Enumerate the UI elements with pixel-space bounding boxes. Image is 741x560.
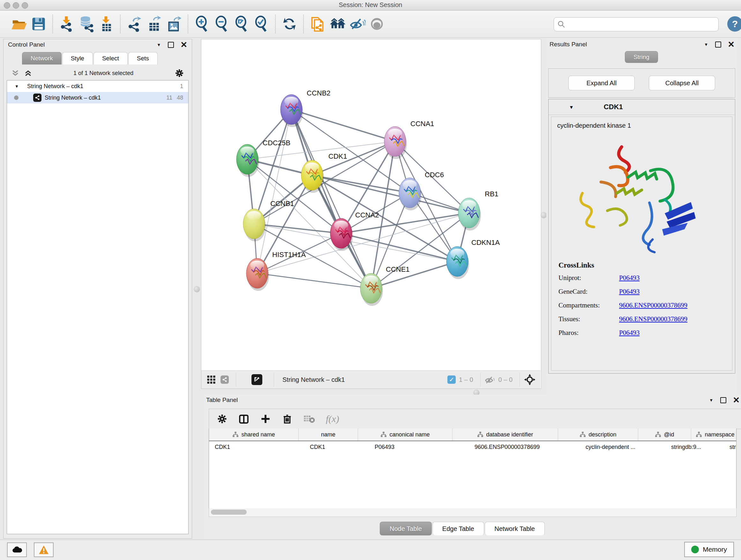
network-node-CCNB1[interactable] xyxy=(243,209,266,241)
table-row[interactable]: CDK1CDK1P064939606.ENSP00000378699cyclin… xyxy=(209,441,736,453)
network-node-HIST1H1A[interactable] xyxy=(246,258,269,291)
search-input[interactable] xyxy=(565,21,707,28)
network-edge-HIST1H1A-CCNE1[interactable] xyxy=(257,273,371,288)
panel-menu-icon[interactable]: ▼ xyxy=(157,43,161,47)
tab-sets[interactable]: Sets xyxy=(128,52,158,64)
function-builder-icon[interactable]: f(x) xyxy=(326,414,339,424)
zoom-selected-button[interactable] xyxy=(252,14,271,34)
crosslink-link[interactable]: 9606.ENSP00000378699 xyxy=(619,301,687,309)
tab-select[interactable]: Select xyxy=(93,52,128,64)
grid-mode-icon[interactable] xyxy=(206,375,216,384)
export-table-button[interactable] xyxy=(144,14,164,34)
column-header-namespace[interactable]: namespace xyxy=(691,428,737,441)
network-row-selected[interactable]: String Network – cdk1 11 48 xyxy=(7,92,188,104)
tab-string[interactable]: String xyxy=(625,51,658,63)
help-button[interactable]: ? xyxy=(727,16,741,32)
warnings-button[interactable] xyxy=(34,543,54,557)
node-section-header[interactable]: ▼ CDK1 xyxy=(549,99,735,115)
show-columns-icon[interactable] xyxy=(239,414,249,424)
crosslink-link[interactable]: P06493 xyxy=(619,288,639,296)
network-edge-CDK1-RB1[interactable] xyxy=(312,175,469,213)
network-node-RB1[interactable] xyxy=(458,198,481,231)
network-node-CDKN1A[interactable] xyxy=(447,246,469,279)
panel-menu-icon[interactable]: ▼ xyxy=(704,42,708,47)
close-panel-icon[interactable]: ✕ xyxy=(180,43,187,47)
float-panel-icon[interactable] xyxy=(715,42,721,48)
float-panel-icon[interactable] xyxy=(720,397,726,403)
network-node-CDC6[interactable] xyxy=(399,178,421,210)
tab-style[interactable]: Style xyxy=(62,52,93,64)
close-panel-icon[interactable]: ✕ xyxy=(728,42,735,47)
save-session-button[interactable] xyxy=(29,14,49,34)
selected-nodes-checkbox[interactable]: ✓ xyxy=(448,375,456,384)
network-options-gear-icon[interactable] xyxy=(175,68,184,78)
fit-content-crosshair-icon[interactable] xyxy=(524,374,536,386)
network-edge-CDKN1A-CCNE1[interactable] xyxy=(371,261,457,288)
tab-network-table[interactable]: Network Table xyxy=(485,522,545,536)
left-splitter-handle[interactable] xyxy=(194,286,200,293)
network-collection-row[interactable]: ▼ String Network – cdk1 1 xyxy=(7,80,188,92)
scrollbar-thumb[interactable] xyxy=(211,509,247,515)
node-label-RB1: RB1 xyxy=(485,190,498,198)
export-image-button[interactable] xyxy=(164,14,184,34)
birdseye-view-icon[interactable] xyxy=(252,374,262,385)
close-panel-icon[interactable]: ✕ xyxy=(733,398,740,402)
string-app-button[interactable] xyxy=(308,14,327,34)
column-header-shared-name[interactable]: shared name xyxy=(209,428,299,441)
zoom-in-button[interactable] xyxy=(192,14,212,34)
expand-all-chevrons-icon[interactable] xyxy=(24,69,32,77)
network-edge-CCNB2-CCNE1[interactable] xyxy=(291,110,371,288)
memory-button[interactable]: Memory xyxy=(684,542,734,557)
crosslink-link[interactable]: P06493 xyxy=(619,329,639,337)
hide-panel-button[interactable] xyxy=(347,14,367,34)
network-node-CCNE1[interactable] xyxy=(360,273,383,306)
import-table-button[interactable] xyxy=(96,14,116,34)
collapse-all-button[interactable]: Collapse All xyxy=(649,76,715,90)
expand-all-button[interactable]: Expand All xyxy=(568,76,635,90)
network-edge-CCNB2-CCNA1[interactable] xyxy=(291,110,395,141)
zoom-fit-icon xyxy=(233,16,250,32)
main-toolbar: ? xyxy=(0,10,741,38)
network-edge-CCNB2-HIST1H1A[interactable] xyxy=(257,110,291,273)
refresh-view-button[interactable] xyxy=(280,14,299,34)
table-cell: P06493 xyxy=(369,441,469,453)
right-splitter-handle[interactable] xyxy=(541,212,547,219)
float-panel-icon[interactable] xyxy=(168,42,174,48)
delete-column-icon[interactable] xyxy=(282,414,293,424)
node-label-CDKN1A: CDKN1A xyxy=(471,239,500,246)
open-session-button[interactable] xyxy=(9,14,29,34)
column-header-canonical-name[interactable]: canonical name xyxy=(358,428,453,441)
export-network-button[interactable] xyxy=(125,14,144,34)
tab-network[interactable]: Network xyxy=(22,52,62,64)
crosslink-link[interactable]: 9606.ENSP00000378699 xyxy=(619,315,687,323)
import-database-button[interactable] xyxy=(77,14,96,34)
column-header-description[interactable]: description xyxy=(558,428,638,441)
add-column-icon[interactable] xyxy=(260,414,271,424)
network-canvas[interactable]: CCNB2CCNA1CDC25BCDK1CDC6RB1CCNB1CCNA2CDK… xyxy=(201,39,540,370)
network-edge-CCNA2-CDKN1A[interactable] xyxy=(341,233,457,261)
search-field[interactable] xyxy=(554,17,719,31)
table-horizontal-scrollbar[interactable] xyxy=(209,508,737,517)
import-network-button[interactable] xyxy=(57,14,77,34)
network-node-CCNB2[interactable] xyxy=(280,95,303,127)
table-options-gear-icon[interactable] xyxy=(217,414,227,424)
column-header-name[interactable]: name xyxy=(299,428,358,441)
network-view-mode-icon[interactable] xyxy=(220,375,229,384)
panel-menu-icon[interactable]: ▼ xyxy=(709,398,713,402)
cloud-status-button[interactable] xyxy=(7,543,27,557)
zoom-out-button[interactable] xyxy=(212,14,232,34)
zoom-fit-button[interactable] xyxy=(232,14,252,34)
tab-node-table[interactable]: Node Table xyxy=(380,522,432,536)
tab-edge-table[interactable]: Edge Table xyxy=(432,522,484,536)
collapse-all-chevrons-icon[interactable] xyxy=(11,69,19,77)
home-networks-button[interactable] xyxy=(327,14,347,34)
node-label-CCNB2: CCNB2 xyxy=(307,89,331,97)
network-node-CCNA2[interactable] xyxy=(330,219,353,251)
delete-table-icon[interactable] xyxy=(304,414,315,424)
section-collapse-caret-icon[interactable]: ▼ xyxy=(569,105,574,110)
collection-expand-caret-icon[interactable]: ▼ xyxy=(15,84,19,89)
column-header-database-identifier[interactable]: database identifier xyxy=(453,428,558,441)
presentation-eye-button[interactable] xyxy=(367,14,387,34)
column-header-@id[interactable]: @id xyxy=(638,428,691,441)
crosslink-link[interactable]: P06493 xyxy=(619,274,639,282)
